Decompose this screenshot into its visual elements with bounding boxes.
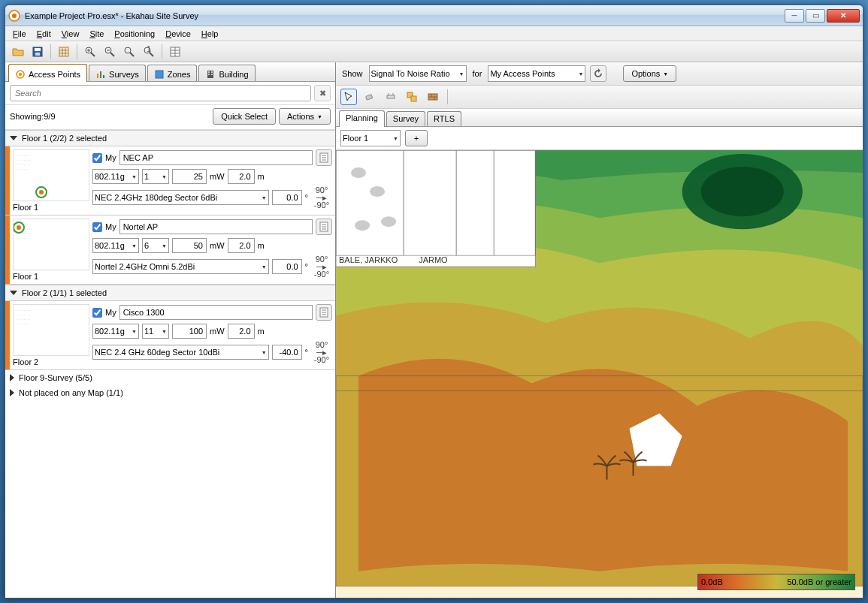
tab-label: Access Points [29, 70, 80, 79]
ap-tool[interactable] [383, 89, 399, 105]
menu-site[interactable]: Site [85, 28, 108, 40]
refresh-button[interactable] [590, 65, 606, 82]
properties-button[interactable] [316, 149, 332, 166]
zoom-out-icon[interactable] [101, 44, 118, 60]
legend-max: 50.0dB or greater [787, 577, 851, 586]
radio-select[interactable]: 802.11g▼ [92, 169, 139, 184]
add-floor-button[interactable]: + [405, 130, 428, 146]
tilt-input[interactable] [272, 345, 302, 360]
pointer-tool[interactable] [340, 89, 357, 105]
table-icon[interactable] [167, 44, 183, 60]
ap-card: Floor 2 My 802.11g▼ 11▼ [5, 301, 335, 370]
menu-file[interactable]: File [8, 28, 31, 40]
group-header-floor9[interactable]: Floor 9-Survey (5/5) [5, 370, 335, 385]
svg-rect-5 [59, 47, 68, 56]
tab-survey[interactable]: Survey [386, 111, 425, 126]
clear-search-button[interactable]: ✖ [314, 85, 331, 101]
wall-tool[interactable] [425, 89, 441, 105]
tab-access-points[interactable]: Access Points [8, 64, 87, 82]
height-input[interactable] [228, 169, 255, 184]
properties-button[interactable] [316, 219, 332, 235]
grid-icon[interactable] [56, 44, 72, 60]
ap-name-input[interactable] [119, 150, 313, 165]
ap-name-input[interactable] [119, 305, 313, 320]
svg-rect-29 [100, 71, 101, 78]
svg-rect-54 [387, 95, 395, 98]
angle-widget[interactable]: 90°─▸-90° [311, 256, 332, 277]
content: Access Points Surveys Zones Building ✖ [5, 62, 863, 598]
legend-min: 0.0dB [701, 577, 723, 586]
menu-help[interactable]: Help [197, 28, 223, 40]
power-input[interactable] [172, 238, 207, 253]
minimize-button[interactable]: ─ [785, 9, 804, 23]
antenna-select[interactable]: NEC 2.4 GHz 60deg Sector 10dBi▼ [92, 345, 269, 360]
height-input[interactable] [228, 238, 255, 253]
channel-select[interactable]: 6▼ [142, 238, 169, 253]
tilt-input[interactable] [272, 190, 302, 205]
eraser-tool[interactable] [361, 89, 378, 105]
maximize-button[interactable]: ▭ [806, 9, 825, 23]
radio-select[interactable]: 802.11g▼ [92, 324, 139, 339]
options-button[interactable]: Options ▼ [623, 65, 676, 82]
my-checkbox[interactable] [92, 153, 102, 163]
my-checkbox[interactable] [92, 222, 102, 232]
svg-point-74 [381, 216, 396, 227]
ap-list[interactable]: Floor 1 (2/2) 2 selected Floor 1 My [5, 130, 335, 598]
ap-thumbnail[interactable]: Floor 1 [10, 216, 92, 284]
group-header-unplaced[interactable]: Not placed on any Map (1/1) [5, 385, 335, 400]
zone-tool[interactable] [404, 89, 420, 105]
right-toolbar-tools [336, 86, 863, 109]
heatmap: BALE, JARKKO JARMO [336, 150, 863, 586]
ap-tab-icon [15, 69, 26, 80]
tab-surveys[interactable]: Surveys [89, 65, 146, 81]
menu-device[interactable]: Device [161, 28, 195, 40]
expand-icon [10, 389, 14, 396]
quick-select-button[interactable]: Quick Select [213, 108, 276, 125]
left-tabs: Access Points Surveys Zones Building [5, 62, 335, 82]
close-button[interactable]: ✕ [827, 9, 860, 23]
svg-line-18 [130, 53, 134, 56]
tab-zones[interactable]: Zones [147, 65, 198, 81]
floor-bar: Floor 1▼ + [336, 127, 863, 150]
floor-select[interactable]: Floor 1▼ [340, 130, 401, 146]
menu-edit[interactable]: Edit [32, 28, 56, 40]
tab-rtls[interactable]: RTLS [427, 111, 461, 126]
channel-select[interactable]: 1▼ [142, 169, 169, 184]
group-header-floor2[interactable]: Floor 2 (1/1) 1 selected [5, 285, 335, 301]
open-icon[interactable] [10, 44, 26, 60]
group-title: Floor 1 (2/2) 2 selected [22, 134, 107, 143]
map-area[interactable]: BALE, JARKKO JARMO 0.0dB 50.0dB or great… [336, 150, 863, 598]
zoom-in-icon[interactable] [82, 44, 98, 60]
properties-button[interactable] [316, 304, 332, 321]
collapse-icon [10, 291, 17, 295]
menu-positioning[interactable]: Positioning [110, 28, 159, 40]
actions-button[interactable]: Actions ▼ [279, 108, 331, 125]
height-input[interactable] [228, 324, 255, 339]
power-input[interactable] [172, 169, 207, 184]
angle-widget[interactable]: 90°─▸-90° [311, 187, 332, 208]
antenna-select[interactable]: Nortel 2.4GHz Omni 5.2dBi▼ [92, 259, 269, 274]
tilt-input[interactable] [272, 259, 302, 274]
search-input[interactable] [10, 85, 311, 101]
zoom-actual-icon[interactable]: 1 [141, 44, 157, 60]
radio-select[interactable]: 802.11g▼ [92, 238, 139, 253]
ap-thumbnail[interactable]: Floor 1 [10, 146, 92, 215]
menu-view[interactable]: View [57, 28, 84, 40]
antenna-select[interactable]: NEC 2.4GHz 180deg Sector 6dBi▼ [92, 190, 269, 205]
svg-rect-36 [211, 74, 213, 75]
ap-name-input[interactable] [119, 219, 313, 234]
save-icon[interactable] [29, 44, 46, 60]
group-header-floor1[interactable]: Floor 1 (2/2) 2 selected [5, 130, 335, 146]
power-input[interactable] [172, 324, 207, 339]
power-unit: mW [210, 327, 225, 336]
angle-widget[interactable]: 90°─▸-90° [311, 342, 332, 363]
tab-planning[interactable]: Planning [339, 110, 385, 127]
ap-thumbnail[interactable]: Floor 2 [10, 301, 92, 369]
tab-building[interactable]: Building [198, 65, 255, 81]
show-select[interactable]: Signal To Noise Ratio▼ [369, 65, 467, 82]
svg-rect-64 [336, 150, 535, 267]
channel-select[interactable]: 11▼ [142, 324, 169, 339]
zoom-fit-icon[interactable] [121, 44, 138, 60]
for-select[interactable]: My Access Points▼ [488, 65, 585, 82]
my-checkbox[interactable] [92, 308, 102, 318]
